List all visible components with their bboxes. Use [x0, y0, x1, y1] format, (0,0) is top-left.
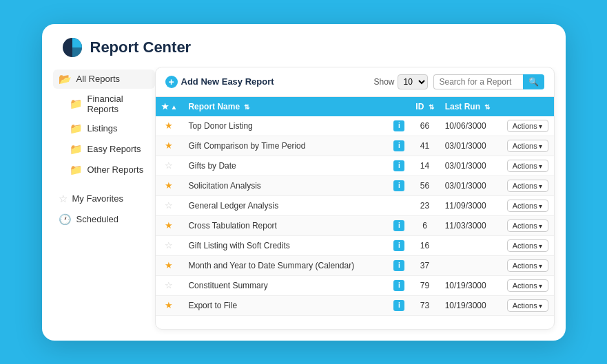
- cell-actions-4[interactable]: Actions: [502, 195, 554, 215]
- cell-info-3[interactable]: i: [388, 175, 410, 195]
- cell-star-6[interactable]: ☆: [156, 235, 183, 255]
- star-filled-icon[interactable]: ★: [165, 140, 173, 151]
- cell-star-0[interactable]: ★: [156, 116, 183, 136]
- cell-star-7[interactable]: ★: [156, 255, 183, 275]
- star-empty-icon[interactable]: ☆: [165, 240, 173, 250]
- cell-star-4[interactable]: ☆: [156, 195, 183, 215]
- actions-dropdown-button[interactable]: Actions: [507, 259, 548, 272]
- cell-info-5[interactable]: i: [388, 215, 410, 235]
- cell-info-0[interactable]: i: [388, 116, 410, 136]
- table-row: ★ Solicitation Analysis i 56 03/01/3000 …: [156, 175, 554, 195]
- search-button[interactable]: 🔍: [523, 74, 544, 89]
- col-star[interactable]: ★▲: [156, 97, 183, 116]
- actions-dropdown-button[interactable]: Actions: [507, 140, 548, 152]
- actions-dropdown-button[interactable]: Actions: [507, 299, 548, 312]
- cell-star-8[interactable]: ☆: [156, 275, 183, 295]
- app-title: Report Center: [90, 39, 192, 56]
- cell-star-5[interactable]: ★: [156, 215, 183, 235]
- star-empty-icon[interactable]: ☆: [165, 160, 173, 171]
- sidebar-item-financial-reports[interactable]: 📁 Financial Reports: [53, 90, 155, 118]
- star-filled-icon[interactable]: ★: [165, 220, 173, 231]
- plus-icon: +: [165, 76, 178, 88]
- sidebar-item-listings[interactable]: 📁 Listings: [53, 119, 155, 138]
- cell-info-8[interactable]: i: [388, 275, 410, 295]
- show-count-select[interactable]: 10 25 50: [398, 74, 428, 89]
- sidebar-item-other-reports[interactable]: 📁 Other Reports: [53, 160, 155, 180]
- folder-open-icon: 📂: [59, 73, 72, 85]
- col-id[interactable]: ID ⇅: [410, 97, 439, 116]
- table-row: ☆ Constituent Summary i 79 10/19/3000 Ac…: [156, 275, 554, 295]
- cell-actions-0[interactable]: Actions: [502, 116, 554, 136]
- info-button[interactable]: i: [393, 120, 404, 131]
- star-empty-icon[interactable]: ☆: [165, 280, 173, 290]
- star-filled-icon[interactable]: ★: [165, 300, 173, 310]
- cell-info-6[interactable]: i: [388, 235, 410, 255]
- info-button[interactable]: i: [393, 280, 404, 291]
- info-button[interactable]: i: [393, 240, 404, 251]
- cell-actions-1[interactable]: Actions: [502, 136, 554, 156]
- cell-actions-6[interactable]: Actions: [502, 235, 554, 255]
- sidebar-item-scheduled[interactable]: 🕐 Scheduled: [53, 210, 155, 229]
- cell-actions-2[interactable]: Actions: [502, 156, 554, 175]
- cell-star-2[interactable]: ☆: [156, 156, 183, 175]
- cell-actions-8[interactable]: Actions: [502, 275, 554, 295]
- table-row: ★ Export to File i 73 10/19/3000 Actions: [156, 295, 554, 315]
- search-input[interactable]: [433, 74, 523, 89]
- cell-actions-3[interactable]: Actions: [502, 175, 554, 195]
- add-btn-label: Add New Easy Report: [181, 76, 274, 87]
- folder-icon-easy: 📁: [70, 143, 83, 156]
- star-icon-favorites: ☆: [59, 193, 68, 205]
- actions-dropdown-button[interactable]: Actions: [507, 220, 548, 232]
- info-button[interactable]: i: [393, 160, 404, 171]
- cell-info-9[interactable]: i: [388, 295, 410, 315]
- actions-dropdown-button[interactable]: Actions: [507, 180, 548, 192]
- info-button[interactable]: i: [393, 140, 404, 151]
- cell-actions-7[interactable]: Actions: [502, 255, 554, 275]
- cell-name-5: Cross Tabulation Report: [183, 215, 388, 235]
- info-button[interactable]: i: [393, 300, 404, 311]
- cell-id-3: 56: [410, 175, 439, 195]
- table-body: ★ Top Donor Listing i 66 10/06/3000 Acti…: [156, 116, 554, 316]
- actions-dropdown-button[interactable]: Actions: [507, 200, 548, 212]
- cell-info-4[interactable]: [388, 195, 410, 215]
- col-last-run[interactable]: Last Run ⇅: [440, 97, 502, 116]
- cell-actions-5[interactable]: Actions: [502, 215, 554, 235]
- info-button[interactable]: i: [393, 260, 404, 271]
- cell-actions-9[interactable]: Actions: [502, 295, 554, 315]
- cell-name-7: Month and Year to Date Summary (Calendar…: [183, 255, 388, 275]
- sidebar-item-my-favorites[interactable]: ☆ My Favorites: [53, 189, 155, 208]
- table-row: ★ Top Donor Listing i 66 10/06/3000 Acti…: [156, 116, 554, 136]
- sidebar-item-easy-reports[interactable]: 📁 Easy Reports: [53, 140, 155, 159]
- star-empty-icon[interactable]: ☆: [165, 200, 173, 211]
- cell-lastrun-0: 10/06/3000: [440, 116, 502, 136]
- cell-id-4: 23: [410, 195, 439, 215]
- cell-name-8: Constituent Summary: [183, 275, 388, 295]
- cell-info-1[interactable]: i: [388, 136, 410, 156]
- toolbar: + Add New Easy Report Show 10 25 50: [156, 67, 554, 97]
- col-report-name[interactable]: Report Name ⇅: [183, 97, 388, 116]
- actions-dropdown-button[interactable]: Actions: [507, 120, 548, 132]
- info-button[interactable]: i: [393, 220, 404, 231]
- cell-star-9[interactable]: ★: [156, 295, 183, 315]
- sidebar-listings-label: Listings: [88, 123, 118, 133]
- sidebar-item-all-reports[interactable]: 📂 All Reports: [53, 69, 155, 89]
- cell-id-8: 79: [410, 275, 439, 295]
- sidebar-other-reports-label: Other Reports: [88, 164, 144, 175]
- add-new-easy-report-button[interactable]: + Add New Easy Report: [165, 76, 274, 88]
- logo-icon: [61, 36, 83, 58]
- actions-dropdown-button[interactable]: Actions: [507, 239, 548, 252]
- cell-star-3[interactable]: ★: [156, 175, 183, 195]
- star-filled-icon[interactable]: ★: [165, 180, 173, 191]
- cell-name-3: Solicitation Analysis: [183, 175, 388, 195]
- cell-info-7[interactable]: i: [388, 255, 410, 275]
- cell-star-1[interactable]: ★: [156, 136, 183, 156]
- app-body: 📂 All Reports 📁 Financial Reports 📁 List…: [42, 67, 566, 341]
- cell-name-1: Gift Comparison by Time Period: [183, 136, 388, 156]
- star-filled-icon[interactable]: ★: [165, 260, 173, 270]
- actions-dropdown-button[interactable]: Actions: [507, 160, 548, 172]
- cell-name-9: Export to File: [183, 295, 388, 315]
- star-filled-icon[interactable]: ★: [165, 120, 173, 131]
- cell-info-2[interactable]: i: [388, 156, 410, 175]
- actions-dropdown-button[interactable]: Actions: [507, 279, 548, 292]
- info-button[interactable]: i: [393, 180, 404, 191]
